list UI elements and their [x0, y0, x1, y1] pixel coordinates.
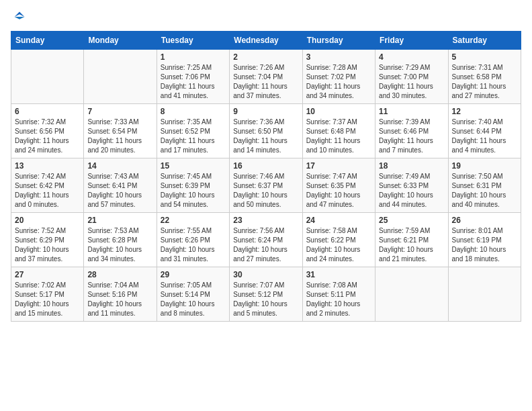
day-number: 27 [15, 270, 80, 279]
daylight-text: Daylight: 11 hours and 37 minutes. [233, 83, 287, 99]
cell-content: Sunrise: 7:31 AMSunset: 6:58 PMDaylight:… [452, 63, 517, 101]
calendar-cell: 23Sunrise: 7:56 AMSunset: 6:24 PMDayligh… [230, 213, 302, 267]
calendar-header-row: SundayMondayTuesdayWednesdayThursdayFrid… [11, 32, 521, 50]
sunset-text: Sunset: 7:06 PM [161, 73, 210, 81]
sunrise-text: Sunrise: 7:42 AM [15, 173, 66, 180]
cell-content: Sunrise: 7:32 AMSunset: 6:56 PMDaylight:… [15, 118, 80, 155]
cell-content: Sunrise: 7:46 AMSunset: 6:37 PMDaylight:… [233, 172, 298, 210]
day-of-week-header: Tuesday [157, 32, 229, 50]
cell-content: Sunrise: 7:53 AMSunset: 6:28 PMDaylight:… [87, 226, 152, 264]
calendar-cell: 27Sunrise: 7:02 AMSunset: 5:17 PMDayligh… [11, 267, 84, 322]
sunrise-text: Sunrise: 7:02 AM [15, 281, 66, 289]
sunset-text: Sunset: 6:26 PM [161, 236, 210, 244]
cell-content: Sunrise: 7:43 AMSunset: 6:41 PMDaylight:… [87, 172, 152, 210]
calendar-cell: 31Sunrise: 7:08 AMSunset: 5:11 PMDayligh… [302, 267, 375, 322]
daylight-text: Daylight: 11 hours and 17 minutes. [161, 137, 215, 154]
day-of-week-header: Friday [375, 32, 448, 50]
sunrise-text: Sunrise: 7:32 AM [15, 118, 66, 126]
cell-content: Sunrise: 8:01 AMSunset: 6:19 PMDaylight:… [452, 226, 517, 264]
sunrise-text: Sunrise: 7:35 AM [161, 118, 212, 126]
daylight-text: Daylight: 10 hours and 18 minutes. [452, 246, 506, 263]
calendar: SundayMondayTuesdayWednesdayThursdayFrid… [11, 31, 521, 322]
sunrise-text: Sunrise: 7:39 AM [379, 118, 430, 126]
sunrise-text: Sunrise: 7:33 AM [87, 118, 138, 126]
day-number: 8 [161, 107, 226, 116]
calendar-week-row: 1Sunrise: 7:25 AMSunset: 7:06 PMDaylight… [11, 50, 521, 104]
daylight-text: Daylight: 10 hours and 44 minutes. [379, 191, 433, 208]
day-number: 24 [306, 216, 371, 225]
sunset-text: Sunset: 6:42 PM [15, 182, 64, 189]
sunrise-text: Sunrise: 7:36 AM [233, 118, 284, 126]
sunrise-text: Sunrise: 7:46 AM [233, 173, 284, 180]
daylight-text: Daylight: 11 hours and 0 minutes. [15, 191, 69, 208]
sunset-text: Sunset: 6:35 PM [306, 182, 356, 189]
sunrise-text: Sunrise: 7:47 AM [306, 173, 357, 180]
sunset-text: Sunset: 6:28 PM [87, 236, 137, 244]
calendar-cell: 20Sunrise: 7:52 AMSunset: 6:29 PMDayligh… [11, 213, 84, 267]
cell-content: Sunrise: 7:05 AMSunset: 5:14 PMDaylight:… [161, 281, 226, 318]
day-number: 15 [161, 161, 226, 171]
day-number: 17 [306, 161, 371, 171]
calendar-cell: 29Sunrise: 7:05 AMSunset: 5:14 PMDayligh… [157, 267, 229, 322]
cell-content: Sunrise: 7:33 AMSunset: 6:54 PMDaylight:… [87, 118, 152, 155]
day-number: 4 [379, 52, 444, 62]
calendar-cell [11, 50, 84, 104]
day-number: 29 [161, 270, 226, 279]
calendar-cell: 26Sunrise: 8:01 AMSunset: 6:19 PMDayligh… [448, 213, 521, 267]
sunset-text: Sunset: 5:16 PM [87, 291, 137, 298]
calendar-week-row: 6Sunrise: 7:32 AMSunset: 6:56 PMDaylight… [11, 104, 521, 158]
daylight-text: Daylight: 10 hours and 27 minutes. [233, 246, 287, 263]
day-number: 20 [15, 216, 80, 225]
logo-icon [13, 11, 26, 23]
day-number: 12 [452, 107, 517, 116]
cell-content: Sunrise: 7:40 AMSunset: 6:44 PMDaylight:… [452, 118, 517, 155]
daylight-text: Daylight: 10 hours and 31 minutes. [161, 246, 215, 263]
daylight-text: Daylight: 10 hours and 34 minutes. [87, 246, 142, 263]
sunrise-text: Sunrise: 7:40 AM [452, 118, 503, 126]
cell-content: Sunrise: 7:02 AMSunset: 5:17 PMDaylight:… [15, 281, 80, 318]
day-number: 28 [87, 270, 152, 279]
sunset-text: Sunset: 6:22 PM [306, 236, 356, 244]
daylight-text: Daylight: 11 hours and 24 minutes. [15, 137, 69, 154]
sunset-text: Sunset: 6:54 PM [87, 128, 137, 135]
calendar-week-row: 13Sunrise: 7:42 AMSunset: 6:42 PMDayligh… [11, 158, 521, 213]
sunset-text: Sunset: 6:46 PM [379, 128, 429, 135]
calendar-cell: 17Sunrise: 7:47 AMSunset: 6:35 PMDayligh… [302, 158, 375, 213]
calendar-cell: 18Sunrise: 7:49 AMSunset: 6:33 PMDayligh… [375, 158, 448, 213]
sunrise-text: Sunrise: 7:53 AM [87, 227, 138, 234]
cell-content: Sunrise: 7:42 AMSunset: 6:42 PMDaylight:… [15, 172, 80, 210]
calendar-cell: 9Sunrise: 7:36 AMSunset: 6:50 PMDaylight… [230, 104, 302, 158]
cell-content: Sunrise: 7:04 AMSunset: 5:16 PMDaylight:… [87, 281, 152, 318]
cell-content: Sunrise: 7:45 AMSunset: 6:39 PMDaylight:… [161, 172, 226, 210]
daylight-text: Daylight: 10 hours and 50 minutes. [233, 191, 287, 208]
day-number: 6 [15, 107, 80, 116]
calendar-cell: 24Sunrise: 7:58 AMSunset: 6:22 PMDayligh… [302, 213, 375, 267]
sunset-text: Sunset: 6:37 PM [233, 182, 283, 189]
sunrise-text: Sunrise: 7:59 AM [379, 227, 430, 234]
day-number: 16 [233, 161, 298, 171]
daylight-text: Daylight: 11 hours and 7 minutes. [379, 137, 433, 154]
sunrise-text: Sunrise: 7:45 AM [161, 173, 212, 180]
day-number: 5 [452, 52, 517, 62]
day-number: 3 [306, 52, 371, 62]
cell-content: Sunrise: 7:37 AMSunset: 6:48 PMDaylight:… [306, 118, 371, 155]
cell-content: Sunrise: 7:50 AMSunset: 6:31 PMDaylight:… [452, 172, 517, 210]
sunset-text: Sunset: 5:11 PM [306, 291, 356, 298]
cell-content: Sunrise: 7:55 AMSunset: 6:26 PMDaylight:… [161, 226, 226, 264]
day-number: 31 [306, 270, 371, 279]
sunrise-text: Sunrise: 7:55 AM [161, 227, 212, 234]
calendar-week-row: 20Sunrise: 7:52 AMSunset: 6:29 PMDayligh… [11, 213, 521, 267]
calendar-cell: 15Sunrise: 7:45 AMSunset: 6:39 PMDayligh… [157, 158, 229, 213]
sunset-text: Sunset: 6:21 PM [379, 236, 429, 244]
sunrise-text: Sunrise: 7:52 AM [15, 227, 66, 234]
cell-content: Sunrise: 7:28 AMSunset: 7:02 PMDaylight:… [306, 63, 371, 101]
calendar-week-row: 27Sunrise: 7:02 AMSunset: 5:17 PMDayligh… [11, 267, 521, 322]
cell-content: Sunrise: 7:36 AMSunset: 6:50 PMDaylight:… [233, 118, 298, 155]
sunset-text: Sunset: 6:44 PM [452, 128, 502, 135]
sunset-text: Sunset: 5:12 PM [233, 291, 283, 298]
sunrise-text: Sunrise: 7:37 AM [306, 118, 357, 126]
sunrise-text: Sunrise: 7:50 AM [452, 173, 503, 180]
day-number: 1 [161, 52, 226, 62]
calendar-cell: 28Sunrise: 7:04 AMSunset: 5:16 PMDayligh… [84, 267, 157, 322]
day-number: 19 [452, 161, 517, 171]
